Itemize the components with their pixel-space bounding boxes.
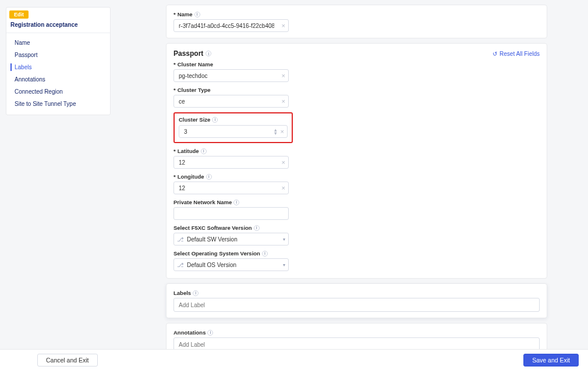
sidebar-item-connected-region[interactable]: Connected Region bbox=[6, 86, 110, 98]
info-icon: i bbox=[233, 200, 239, 205]
cluster-size-highlight: Cluster Size i ▴▾ × bbox=[173, 112, 293, 143]
footer-bar: Cancel and Exit Save and Exit bbox=[0, 349, 588, 370]
clear-icon[interactable]: × bbox=[282, 159, 285, 166]
sidebar-item-name[interactable]: Name bbox=[6, 37, 110, 49]
clear-icon[interactable]: × bbox=[282, 98, 285, 105]
reset-all-fields-link[interactable]: ↺ Reset All Fields bbox=[493, 51, 540, 57]
info-icon: i bbox=[206, 174, 212, 180]
latitude-label: Latitude i bbox=[173, 148, 540, 154]
chevron-down-icon[interactable]: ▾ bbox=[283, 262, 285, 268]
os-version-select[interactable] bbox=[173, 258, 289, 271]
name-label: Name i bbox=[173, 11, 540, 17]
software-version-select[interactable] bbox=[173, 233, 289, 246]
edit-badge: Edit bbox=[9, 10, 29, 19]
reset-icon: ↺ bbox=[493, 51, 497, 57]
clear-icon[interactable]: × bbox=[282, 184, 285, 191]
save-button[interactable]: Save and Exit bbox=[523, 354, 579, 367]
stepper-icon[interactable]: ▴▾ bbox=[274, 128, 277, 135]
info-icon: i bbox=[206, 51, 211, 56]
sidebar-item-labels[interactable]: Labels bbox=[6, 61, 110, 73]
info-icon: i bbox=[194, 12, 200, 17]
branch-icon: ⎇ bbox=[177, 262, 184, 268]
cluster-size-input[interactable] bbox=[179, 125, 288, 138]
labels-add-input[interactable] bbox=[173, 298, 540, 312]
labels-title: Labels i bbox=[173, 290, 540, 296]
labels-card: Labels i bbox=[166, 283, 547, 318]
cluster-name-label: Cluster Name bbox=[173, 61, 540, 67]
longitude-label: Longitude i bbox=[173, 173, 540, 180]
sidebar-item-passport[interactable]: Passport bbox=[6, 49, 110, 61]
cluster-type-label: Cluster Type bbox=[173, 87, 540, 93]
clear-icon[interactable]: × bbox=[282, 22, 285, 29]
branch-icon: ⎇ bbox=[177, 236, 184, 243]
cluster-type-input[interactable] bbox=[173, 95, 289, 108]
info-icon: i bbox=[207, 330, 213, 336]
latitude-input[interactable] bbox=[173, 156, 289, 169]
main-content: Name i × Passport i ↺ Reset All Fields C… bbox=[166, 5, 547, 347]
info-icon: i bbox=[254, 225, 260, 231]
private-network-name-label: Private Network Name i bbox=[173, 199, 540, 205]
name-input[interactable] bbox=[173, 19, 289, 32]
cluster-size-label: Cluster Size i bbox=[179, 116, 288, 123]
longitude-input[interactable] bbox=[173, 182, 289, 194]
sidebar-item-site-tunnel[interactable]: Site to Site Tunnel Type bbox=[6, 98, 110, 110]
private-network-name-input[interactable] bbox=[173, 207, 289, 220]
sidebar-title: Registration acceptance bbox=[6, 20, 110, 33]
clear-icon[interactable]: × bbox=[282, 72, 285, 79]
clear-icon[interactable]: × bbox=[281, 128, 284, 135]
sidebar-nav: Name Passport Labels Annotations Connect… bbox=[6, 33, 110, 115]
cancel-button[interactable]: Cancel and Exit bbox=[37, 354, 98, 367]
sidebar-item-annotations[interactable]: Annotations bbox=[6, 73, 110, 86]
name-card: Name i × bbox=[166, 5, 547, 38]
passport-section-title: Passport i bbox=[173, 49, 211, 58]
passport-card: Passport i ↺ Reset All Fields Cluster Na… bbox=[166, 43, 547, 279]
info-icon: i bbox=[193, 290, 199, 296]
sidebar: Edit Registration acceptance Name Passpo… bbox=[6, 7, 111, 115]
cluster-name-input[interactable] bbox=[173, 69, 289, 82]
info-icon: i bbox=[201, 148, 207, 154]
chevron-down-icon[interactable]: ▾ bbox=[283, 237, 285, 242]
info-icon: i bbox=[212, 117, 218, 123]
software-version-label: Select F5XC Software Version i bbox=[173, 225, 540, 231]
annotations-title: Annotations i bbox=[173, 329, 540, 336]
os-version-label: Select Operating System Version i bbox=[173, 250, 540, 257]
info-icon: i bbox=[262, 251, 268, 257]
